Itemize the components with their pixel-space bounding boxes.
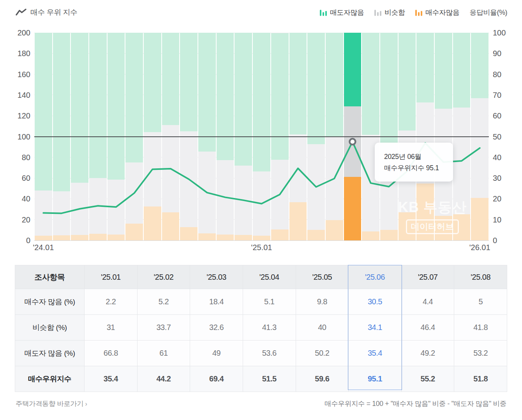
table-cell: 4.4 (401, 289, 454, 315)
y-axis-left-label: 140 (9, 91, 30, 99)
bar-column-'25.12[interactable] (453, 33, 471, 240)
kb-buyer-index-widget: 매수 우위 지수 매도자많음 비슷함 매수자많음 응답비율(%) 0204060… (0, 0, 522, 420)
data-table-wrap: 조사항목'25.01'25.02'25.03'25.04'25.05'25.06… (15, 265, 507, 392)
y-axis-left-label: 0 (9, 236, 30, 245)
bar-column-'25.04[interactable] (307, 33, 325, 240)
x-axis-label-'24.01: '24.01 (33, 243, 54, 252)
y-axis-right-label: 40 (493, 153, 515, 162)
table-cell: 5 (454, 289, 507, 315)
row-label: 매도자 많음 (%) (15, 341, 85, 366)
table-cell: 53.6 (243, 341, 296, 366)
bar-column-'24.01[interactable] (34, 33, 53, 240)
table-cell: 66.8 (85, 341, 138, 366)
table-cell: 49.2 (401, 341, 454, 366)
bar-column-'25.11[interactable] (434, 33, 453, 240)
tooltip-date: 2025년 06월 (384, 151, 453, 162)
table-cell: 59.6 (296, 366, 349, 392)
table-cell: 18.4 (190, 289, 243, 315)
table-cell: 35.4 (85, 366, 138, 392)
x-axis-label-'25.01: '25.01 (251, 243, 272, 252)
table-cell: 32.6 (190, 315, 243, 341)
table-header-'25.02[interactable]: '25.02 (137, 265, 190, 289)
y-axis-right-label: 30 (493, 174, 515, 182)
bar-column-'25.10[interactable] (416, 33, 434, 240)
y-axis-left-label: 200 (9, 28, 30, 37)
table-row: 매도자 많음 (%)66.8614953.650.235.449.253.2 (15, 341, 507, 366)
table-cell: 35.4 (349, 341, 402, 366)
table-header-'25.05[interactable]: '25.05 (296, 265, 349, 289)
bar-column-'25.01[interactable] (252, 33, 271, 240)
y-axis-right-label: 100 (493, 28, 515, 37)
bar-column-'24.05[interactable] (107, 33, 125, 240)
table-cell: 5.1 (243, 289, 296, 315)
table-header-'25.03[interactable]: '25.03 (190, 265, 243, 289)
bar-column-'24.12[interactable] (234, 33, 252, 240)
y-axis-left-label: 40 (9, 194, 30, 203)
table-cell: 41.8 (454, 315, 507, 341)
table-cell: 34.1 (349, 315, 402, 341)
bar-column-'26.01[interactable] (471, 33, 489, 240)
plot-area (34, 33, 489, 240)
y-axis-right-label: 50 (493, 132, 515, 141)
table-cell: 51.5 (243, 366, 296, 392)
tooltip-value: 매수우위지수 95.1 (384, 162, 453, 174)
bar-column-'24.11[interactable] (216, 33, 235, 240)
row-label: 매수자 많음 (%) (15, 289, 85, 315)
table-cell: 51.8 (454, 366, 507, 392)
y-axis-right-label: 0 (493, 236, 515, 245)
bar-column-'25.07[interactable] (362, 33, 380, 240)
y-axis-left-label: 20 (9, 215, 30, 224)
bar-column-'24.02[interactable] (53, 33, 71, 240)
index-formula-note: 매수우위지수 = 100 + "매수자 많음" 비중 - "매도자 많음" 비중 (324, 399, 506, 408)
y-axis-right-label: 90 (493, 49, 515, 58)
table-header-'25.08[interactable]: '25.08 (454, 265, 507, 289)
bar-column-'25.02[interactable] (271, 33, 289, 240)
table-cell: 50.2 (296, 341, 349, 366)
table-header-category: 조사항목 (15, 265, 85, 289)
table-cell: 55.2 (401, 366, 454, 392)
table-header-'25.06[interactable]: '25.06 (349, 265, 402, 289)
survey-table: 조사항목'25.01'25.02'25.03'25.04'25.05'25.06… (15, 265, 507, 392)
bar-column-'25.09[interactable] (398, 33, 416, 240)
table-cell: 53.2 (454, 341, 507, 366)
row-label: 매수우위지수 (15, 366, 85, 392)
table-cell: 40 (296, 315, 349, 341)
table-header-'25.04[interactable]: '25.04 (243, 265, 296, 289)
bar-column-'25.05[interactable] (325, 33, 344, 240)
x-axis-label-'26.01: '26.01 (469, 243, 490, 252)
chart-tooltip: 2025년 06월 매수우위지수 95.1 (375, 143, 453, 182)
bar-column-'24.10[interactable] (198, 33, 216, 240)
bar-column-'24.08[interactable] (162, 33, 180, 240)
table-cell: 46.4 (401, 315, 454, 341)
table-cell: 5.2 (137, 289, 190, 315)
table-cell: 95.1 (349, 366, 402, 392)
table-cell: 9.8 (296, 289, 349, 315)
table-cell: 31 (85, 315, 138, 341)
y-axis-left-label: 160 (9, 70, 30, 79)
table-row: 매수자 많음 (%)2.25.218.45.19.830.54.45 (15, 289, 507, 315)
y-axis-left-label: 120 (9, 111, 30, 120)
bar-column-'24.09[interactable] (180, 33, 198, 240)
bar-column-'25.03[interactable] (289, 33, 307, 240)
housing-trend-link[interactable]: 주택가격동향 바로가기› (16, 399, 87, 408)
y-axis-left-label: 180 (9, 49, 30, 58)
y-axis-left-label: 60 (9, 174, 30, 182)
bar-column-'24.07[interactable] (143, 33, 162, 240)
table-cell: 69.4 (190, 366, 243, 392)
y-axis-right-label: 20 (493, 194, 515, 203)
table-cell: 44.2 (137, 366, 190, 392)
bar-column-'25.06[interactable] (344, 33, 362, 240)
y-axis-right-label: 80 (493, 70, 515, 79)
table-header-'25.07[interactable]: '25.07 (401, 265, 454, 289)
table-row: 매수우위지수35.444.269.451.559.695.155.251.8 (15, 366, 507, 392)
table-cell: 30.5 (349, 289, 402, 315)
table-header-'25.01[interactable]: '25.01 (85, 265, 138, 289)
bar-column-'24.04[interactable] (89, 33, 107, 240)
table-cell: 41.3 (243, 315, 296, 341)
table-cell: 2.2 (85, 289, 138, 315)
table-row: 비슷함 (%)3133.732.641.34034.146.441.8 (15, 315, 507, 341)
bar-column-'25.08[interactable] (380, 33, 398, 240)
y-axis-right-label: 10 (493, 215, 515, 224)
bar-column-'24.03[interactable] (71, 33, 89, 240)
bar-column-'24.06[interactable] (125, 33, 143, 240)
